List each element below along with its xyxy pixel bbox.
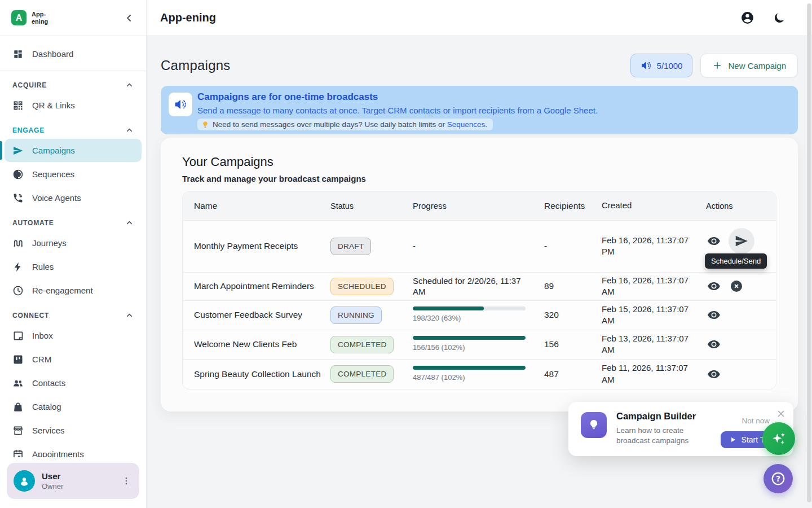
section-label: AUTOMATE <box>12 219 54 227</box>
progress-cell: 156/156 (102%) <box>413 336 544 353</box>
sequences-link[interactable]: Sequences <box>447 120 486 129</box>
created-value: Feb 13, 2026, 11:37:07 AM <box>602 333 701 356</box>
nav-label: QR & Links <box>32 100 75 110</box>
sidebar-item-campaigns[interactable]: Campaigns <box>5 139 142 162</box>
section-connect: CONNECT <box>0 303 146 323</box>
campaign-name: Spring Beauty Collection Launch <box>183 369 330 380</box>
progress-cell: 198/320 (63%) <box>413 306 544 323</box>
view-button[interactable] <box>706 366 722 382</box>
banner-tip: Need to send messages over multiple days… <box>197 119 493 130</box>
campaign-name: Customer Feedback Survey <box>183 309 330 321</box>
sidebar-header: A App- ening <box>0 0 146 36</box>
nav-label: Voice Agents <box>32 193 81 203</box>
play-icon <box>730 436 736 443</box>
page-head: Campaigns 5/1000 New Campaign <box>161 54 798 77</box>
status-badge: SCHEDULED <box>330 278 394 295</box>
schedule-send-button[interactable] <box>729 228 754 254</box>
sidebar-item-catalog[interactable]: Catalog <box>5 395 142 418</box>
created-value: Feb 15, 2026, 11:37:07 AM <box>602 304 701 327</box>
nav-label: Rules <box>32 262 54 271</box>
user-info: User Owner <box>42 471 63 491</box>
table-header: Name Status Progress Recipients Created … <box>183 192 776 221</box>
inbox-icon <box>12 330 24 341</box>
banner-text: Campaigns are for one-time broadcasts Se… <box>197 91 598 131</box>
sidebar-item-qr-links[interactable]: QR & Links <box>5 94 142 117</box>
new-campaign-button[interactable]: New Campaign <box>700 54 798 77</box>
recipients-value: 320 <box>544 310 602 320</box>
account-button[interactable] <box>739 10 756 26</box>
banner-subtitle: Send a message to many contacts at once.… <box>197 106 598 115</box>
progress-bar <box>413 336 526 340</box>
lightbulb-icon <box>587 418 601 432</box>
sidebar-item-journeys[interactable]: Journeys <box>5 231 142 255</box>
recipients-value: 89 <box>544 281 602 291</box>
chevron-up-icon[interactable] <box>125 126 134 134</box>
sidebar-item-sequences[interactable]: Sequences <box>5 163 142 186</box>
megaphone-icon <box>641 60 652 71</box>
close-popup-button[interactable] <box>775 408 787 419</box>
table-row: Customer Feedback Survey RUNNING 198/320… <box>183 301 776 330</box>
sidebar-item-crm[interactable]: CRM <box>5 348 142 371</box>
topbar: App-ening <box>147 0 812 36</box>
sidebar-item-appointments[interactable]: Appointments <box>5 443 142 457</box>
app-logo: A App- ening <box>11 10 48 25</box>
campaign-quota-badge[interactable]: 5/1000 <box>630 54 693 77</box>
catalog-icon <box>12 401 24 413</box>
account-circle-icon <box>740 11 754 25</box>
builder-text: Campaign Builder Learn how to create bro… <box>616 410 707 448</box>
sidebar-item-contacts[interactable]: Contacts <box>5 371 142 395</box>
progress-label: 487/487 (102%) <box>413 373 533 383</box>
help-icon: ? <box>770 470 787 487</box>
row-actions <box>701 336 776 352</box>
nav-label: Catalog <box>32 402 61 411</box>
avatar[interactable] <box>14 470 35 492</box>
chevron-up-icon[interactable] <box>125 311 134 319</box>
help-fab[interactable]: ? <box>764 464 793 493</box>
user-card[interactable]: User Owner <box>7 463 139 499</box>
eye-icon <box>707 279 721 293</box>
moon-icon <box>773 11 786 25</box>
view-button[interactable] <box>706 278 722 294</box>
section-label: ENGAGE <box>12 126 45 134</box>
user-menu-button[interactable] <box>119 474 134 488</box>
campaign-name: March Appointment Reminders <box>183 281 330 292</box>
chevron-up-icon[interactable] <box>125 81 134 89</box>
progress-label: 198/320 (63%) <box>413 314 533 323</box>
contacts-icon <box>12 378 24 389</box>
nav-label: Journeys <box>32 238 67 248</box>
dark-mode-toggle[interactable] <box>771 10 787 26</box>
voice-icon <box>12 192 24 204</box>
campaigns-card: Your Campaigns Track and manage your bro… <box>161 138 798 411</box>
col-recipients: Recipients <box>544 201 602 211</box>
qr-icon <box>12 100 24 111</box>
sidebar-item-inbox[interactable]: Inbox <box>5 324 142 347</box>
lightbulb-icon <box>201 121 209 129</box>
campaign-name: Welcome New Clients Feb <box>183 339 330 350</box>
assistant-fab[interactable] <box>762 422 795 455</box>
progress-text: Scheduled for 2/20/26, 11:37 AM <box>413 275 544 297</box>
nav-label: Sequences <box>32 169 74 179</box>
scrollbar[interactable] <box>807 3 811 502</box>
nav-label: CRM <box>32 354 51 364</box>
section-label: ACQUIRE <box>12 81 47 89</box>
view-button[interactable] <box>706 336 722 352</box>
tooltip: Schedule/Send <box>705 253 767 269</box>
nav-label: Appointments <box>32 449 84 457</box>
not-now-button[interactable]: Not now <box>742 417 770 425</box>
cancel-button[interactable] <box>729 278 744 294</box>
table-row: March Appointment Reminders SCHEDULED Sc… <box>183 273 776 301</box>
view-button[interactable] <box>706 307 722 323</box>
builder-title: Campaign Builder <box>616 411 707 422</box>
sidebar-item-voice-agents[interactable]: Voice Agents <box>5 186 142 209</box>
page-actions: 5/1000 New Campaign <box>630 54 798 77</box>
appointments-icon <box>12 449 24 458</box>
col-actions: Actions <box>701 202 776 211</box>
sidebar-collapse-button[interactable] <box>122 11 136 25</box>
sidebar-item-rules[interactable]: Rules <box>5 255 142 278</box>
sidebar-item-services[interactable]: Services <box>5 419 142 442</box>
chevron-up-icon[interactable] <box>125 218 134 227</box>
view-button[interactable] <box>706 233 722 249</box>
sidebar-item-dashboard[interactable]: Dashboard <box>5 42 142 65</box>
section-automate: AUTOMATE <box>0 210 146 231</box>
sidebar-item-re-engagement[interactable]: Re-engagement <box>5 279 142 302</box>
